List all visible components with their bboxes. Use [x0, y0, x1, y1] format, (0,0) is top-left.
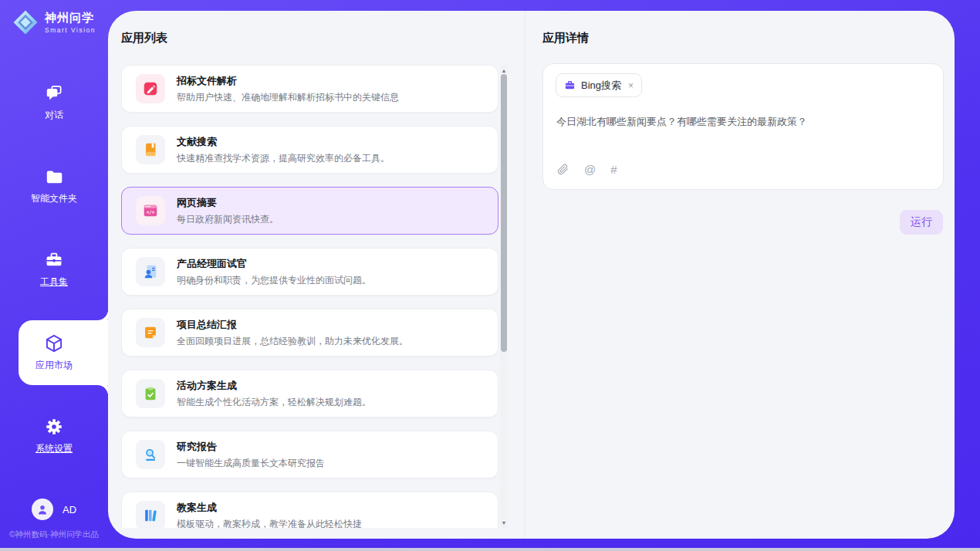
brand-logo: 神州问学 Smart Vision: [0, 9, 108, 35]
copyright-text: ©神州数码·神州问学出品: [0, 529, 108, 540]
app-card-lesson-plan[interactable]: 教案生成 模板驱动，教案秒成，教学准备从此轻松快捷: [121, 492, 498, 528]
book-icon: [136, 135, 165, 164]
app-list-title: 应用列表: [121, 31, 167, 46]
sidebar-item-label: 系统设置: [35, 442, 73, 455]
chip-close-icon[interactable]: ×: [627, 80, 634, 91]
scrollbar-up-arrow[interactable]: ▲: [500, 66, 508, 74]
clipboard-check-icon: [136, 379, 165, 408]
app-desc: 明确身份和职责，为您提供专业性的面试问题。: [177, 274, 371, 287]
list-scrollbar[interactable]: ▲ ▼: [500, 65, 508, 528]
person-icon: [35, 502, 49, 516]
sidebar-item-label: 对话: [45, 109, 63, 122]
prompt-card[interactable]: Bing搜索 × 今日湖北有哪些新闻要点？有哪些需要关注的最新政策？ @ #: [542, 63, 944, 190]
sidebar-item-label: 工具集: [40, 276, 68, 289]
app-title: 产品经理面试官: [177, 257, 371, 271]
app-detail-panel: 应用详情 Bing搜索 × 今日湖北有哪些新闻要点？有哪些需要关注的最新政策？ …: [526, 11, 955, 539]
app-card-literature-search[interactable]: 文献搜索 快速精准查找学术资源，提高研究效率的必备工具。: [121, 126, 498, 174]
app-detail-title: 应用详情: [542, 31, 589, 46]
app-title: 研究报告: [177, 440, 325, 454]
sidebar-item-smart-folder[interactable]: 智能文件夹: [0, 161, 108, 211]
sidebar-item-toolset[interactable]: 工具集: [0, 244, 108, 295]
app-card-bid-analysis[interactable]: 招标文件解析 帮助用户快速、准确地理解和解析招标书中的关键信息: [121, 65, 498, 113]
main-content: 应用列表 招标文件解析 帮助用户快速、准确地理解和解析招标书中的关键信息: [108, 11, 955, 539]
sidebar-item-label: 应用市场: [35, 359, 73, 372]
folder-icon: [44, 167, 64, 187]
user-account[interactable]: AD: [0, 499, 108, 520]
note-icon: [136, 318, 165, 347]
books-icon: [136, 501, 165, 528]
sidebar-nav: 对话 智能文件夹 工具集: [0, 77, 108, 494]
app-desc: 智能生成个性化活动方案，轻松解决规划难题。: [177, 396, 371, 409]
brand-subtitle: Smart Vision: [45, 26, 96, 34]
user-initials: AD: [63, 504, 76, 516]
app-title: 活动方案生成: [177, 379, 371, 393]
svg-text:</>: </>: [147, 209, 155, 215]
app-desc: 快速精准查找学术资源，提高研究效率的必备工具。: [177, 152, 390, 165]
prompt-input[interactable]: 今日湖北有哪些新闻要点？有哪些需要关注的最新政策？: [556, 115, 931, 129]
tool-chip-bing-search[interactable]: Bing搜索 ×: [556, 73, 642, 97]
sidebar: 神州问学 Smart Vision 对话 智能文件夹: [0, 0, 108, 548]
app-card-pm-interviewer[interactable]: 产品经理面试官 明确身份和职责，为您提供专业性的面试问题。: [121, 248, 498, 296]
sidebar-item-settings[interactable]: 系统设置: [0, 411, 108, 461]
research-icon: [136, 440, 165, 469]
briefcase-icon: [564, 79, 576, 91]
app-desc: 全面回顾项目进展，总结经验教训，助力未来优化发展。: [177, 335, 408, 348]
interviewer-icon: [136, 257, 165, 286]
app-card-event-plan[interactable]: 活动方案生成 智能生成个性化活动方案，轻松解决规划难题。: [121, 370, 498, 417]
paperclip-icon[interactable]: [556, 163, 569, 176]
hash-icon[interactable]: #: [610, 164, 617, 175]
avatar: [32, 499, 53, 520]
toolbox-icon: [44, 250, 64, 270]
diamond-logo-icon: [12, 9, 39, 35]
sidebar-item-chat[interactable]: 对话: [0, 77, 108, 128]
app-title: 项目总结汇报: [177, 318, 408, 332]
app-desc: 一键智能生成高质量长文本研究报告: [177, 457, 325, 470]
edit-doc-icon: [136, 74, 165, 103]
brand-name: 神州问学: [45, 11, 96, 25]
browser-code-icon: </>: [136, 196, 165, 225]
app-list: 招标文件解析 帮助用户快速、准确地理解和解析招标书中的关键信息 文献搜索 快速精…: [121, 65, 498, 528]
at-icon[interactable]: @: [584, 164, 596, 175]
app-title: 招标文件解析: [177, 74, 399, 88]
app-card-project-summary[interactable]: 项目总结汇报 全面回顾项目进展，总结经验教训，助力未来优化发展。: [121, 309, 498, 357]
app-list-panel: 应用列表 招标文件解析 帮助用户快速、准确地理解和解析招标书中的关键信息: [108, 11, 525, 539]
bottom-divider: [0, 548, 980, 551]
app-title: 网页摘要: [177, 196, 279, 210]
app-desc: 每日政府新闻资讯快查。: [177, 213, 279, 226]
scrollbar-thumb[interactable]: [501, 74, 507, 352]
tool-chip-label: Bing搜索: [581, 79, 621, 93]
gear-icon: [44, 417, 64, 437]
cube-icon: [44, 333, 64, 353]
app-title: 文献搜索: [177, 135, 390, 149]
app-title: 教案生成: [177, 501, 362, 515]
chat-icon: [44, 83, 64, 103]
app-desc: 帮助用户快速、准确地理解和解析招标书中的关键信息: [177, 91, 399, 104]
run-button[interactable]: 运行: [900, 210, 943, 235]
sidebar-item-app-market[interactable]: 应用市场: [0, 320, 108, 385]
sidebar-item-label: 智能文件夹: [31, 192, 77, 205]
app-card-research-report[interactable]: 研究报告 一键智能生成高质量长文本研究报告: [121, 431, 498, 478]
composer-toolbar: @ #: [556, 163, 617, 176]
app-card-web-summary[interactable]: </> 网页摘要 每日政府新闻资讯快查。: [121, 187, 498, 235]
scrollbar-down-arrow[interactable]: ▼: [500, 519, 508, 526]
app-desc: 模板驱动，教案秒成，教学准备从此轻松快捷: [177, 518, 362, 529]
